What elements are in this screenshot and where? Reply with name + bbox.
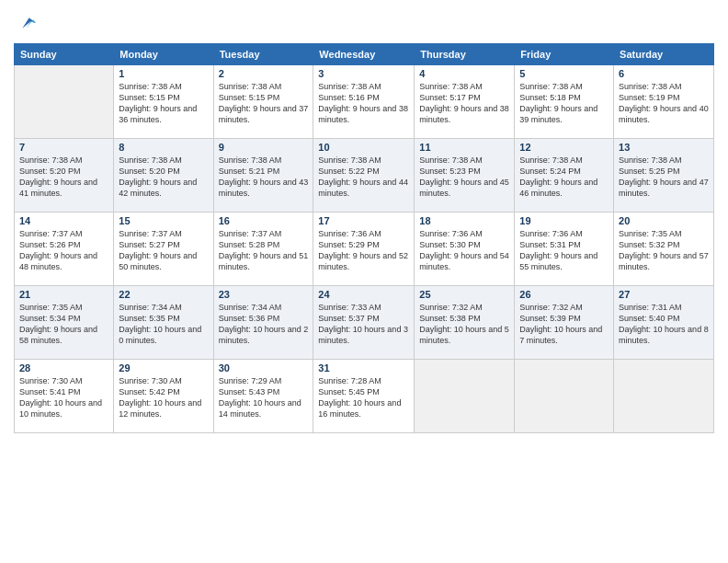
header-row: SundayMondayTuesdayWednesdayThursdayFrid… [15, 43, 714, 64]
day-number: 9 [219, 142, 309, 153]
day-info: Sunrise: 7:36 AMSunset: 5:31 PMDaylight:… [519, 228, 609, 273]
day-cell: 16Sunrise: 7:37 AMSunset: 5:28 PMDayligh… [213, 212, 313, 285]
day-cell: 14Sunrise: 7:37 AMSunset: 5:26 PMDayligh… [15, 212, 114, 285]
day-number: 30 [219, 362, 309, 373]
day-cell: 6Sunrise: 7:38 AMSunset: 5:19 PMDaylight… [614, 64, 714, 138]
week-row-5: 28Sunrise: 7:30 AMSunset: 5:41 PMDayligh… [15, 359, 714, 432]
day-number: 29 [119, 362, 208, 373]
day-number: 26 [519, 289, 609, 300]
day-number: 3 [318, 68, 409, 79]
day-number: 13 [619, 142, 709, 153]
day-number: 11 [419, 142, 509, 153]
header [14, 9, 714, 38]
day-number: 23 [219, 289, 309, 300]
calendar-table: SundayMondayTuesdayWednesdayThursdayFrid… [14, 43, 714, 433]
day-info: Sunrise: 7:32 AMSunset: 5:39 PMDaylight:… [519, 302, 609, 347]
day-number: 4 [419, 68, 509, 79]
day-number: 17 [318, 215, 409, 226]
day-number: 31 [318, 362, 409, 373]
day-cell: 2Sunrise: 7:38 AMSunset: 5:15 PMDaylight… [213, 64, 313, 138]
day-number: 14 [19, 215, 108, 226]
day-number: 24 [318, 289, 409, 300]
day-cell: 23Sunrise: 7:34 AMSunset: 5:36 PMDayligh… [213, 285, 313, 359]
day-cell: 22Sunrise: 7:34 AMSunset: 5:35 PMDayligh… [114, 285, 213, 359]
col-header-monday: Monday [114, 43, 213, 64]
day-number: 18 [419, 215, 509, 226]
svg-marker-0 [22, 17, 36, 29]
day-number: 2 [219, 68, 309, 79]
day-cell: 20Sunrise: 7:35 AMSunset: 5:32 PMDayligh… [614, 212, 714, 285]
col-header-tuesday: Tuesday [213, 43, 313, 64]
day-cell: 13Sunrise: 7:38 AMSunset: 5:25 PMDayligh… [614, 138, 714, 212]
day-number: 8 [119, 142, 208, 153]
day-cell: 27Sunrise: 7:31 AMSunset: 5:40 PMDayligh… [614, 285, 714, 359]
day-cell [515, 359, 614, 432]
col-header-wednesday: Wednesday [313, 43, 415, 64]
day-number: 10 [318, 142, 409, 153]
day-cell: 24Sunrise: 7:33 AMSunset: 5:37 PMDayligh… [313, 285, 415, 359]
day-cell: 21Sunrise: 7:35 AMSunset: 5:34 PMDayligh… [15, 285, 114, 359]
day-cell: 8Sunrise: 7:38 AMSunset: 5:20 PMDaylight… [114, 138, 213, 212]
day-number: 27 [619, 289, 709, 300]
day-number: 20 [619, 215, 709, 226]
day-number: 19 [519, 215, 609, 226]
day-info: Sunrise: 7:38 AMSunset: 5:21 PMDaylight:… [219, 155, 309, 200]
day-cell: 15Sunrise: 7:37 AMSunset: 5:27 PMDayligh… [114, 212, 213, 285]
day-number: 16 [219, 215, 309, 226]
day-number: 12 [519, 142, 609, 153]
day-info: Sunrise: 7:37 AMSunset: 5:26 PMDaylight:… [19, 228, 108, 273]
logo-bird-icon [16, 13, 36, 33]
day-info: Sunrise: 7:30 AMSunset: 5:42 PMDaylight:… [119, 375, 208, 420]
day-cell: 5Sunrise: 7:38 AMSunset: 5:18 PMDaylight… [515, 64, 614, 138]
day-number: 1 [119, 68, 208, 79]
col-header-sunday: Sunday [15, 43, 114, 64]
day-info: Sunrise: 7:32 AMSunset: 5:38 PMDaylight:… [419, 302, 509, 347]
day-cell [614, 359, 714, 432]
day-info: Sunrise: 7:34 AMSunset: 5:36 PMDaylight:… [219, 302, 309, 347]
day-info: Sunrise: 7:37 AMSunset: 5:27 PMDaylight:… [119, 228, 208, 273]
day-info: Sunrise: 7:38 AMSunset: 5:22 PMDaylight:… [318, 155, 409, 200]
day-info: Sunrise: 7:38 AMSunset: 5:18 PMDaylight:… [519, 81, 609, 126]
week-row-1: 1Sunrise: 7:38 AMSunset: 5:15 PMDaylight… [15, 64, 714, 138]
logo-line1 [14, 13, 36, 38]
day-cell: 17Sunrise: 7:36 AMSunset: 5:29 PMDayligh… [313, 212, 415, 285]
week-row-3: 14Sunrise: 7:37 AMSunset: 5:26 PMDayligh… [15, 212, 714, 285]
day-cell: 25Sunrise: 7:32 AMSunset: 5:38 PMDayligh… [415, 285, 515, 359]
day-info: Sunrise: 7:35 AMSunset: 5:34 PMDaylight:… [19, 302, 108, 347]
day-info: Sunrise: 7:31 AMSunset: 5:40 PMDaylight:… [619, 302, 709, 347]
day-info: Sunrise: 7:35 AMSunset: 5:32 PMDaylight:… [619, 228, 709, 273]
week-row-2: 7Sunrise: 7:38 AMSunset: 5:20 PMDaylight… [15, 138, 714, 212]
col-header-saturday: Saturday [614, 43, 714, 64]
day-info: Sunrise: 7:36 AMSunset: 5:30 PMDaylight:… [419, 228, 509, 273]
day-number: 7 [19, 142, 108, 153]
day-info: Sunrise: 7:34 AMSunset: 5:35 PMDaylight:… [119, 302, 208, 347]
day-number: 5 [519, 68, 609, 79]
day-info: Sunrise: 7:38 AMSunset: 5:25 PMDaylight:… [619, 155, 709, 200]
page: SundayMondayTuesdayWednesdayThursdayFrid… [0, 0, 728, 563]
day-cell: 10Sunrise: 7:38 AMSunset: 5:22 PMDayligh… [313, 138, 415, 212]
day-cell: 31Sunrise: 7:28 AMSunset: 5:45 PMDayligh… [313, 359, 415, 432]
day-cell: 1Sunrise: 7:38 AMSunset: 5:15 PMDaylight… [114, 64, 213, 138]
col-header-friday: Friday [515, 43, 614, 64]
day-number: 25 [419, 289, 509, 300]
day-info: Sunrise: 7:38 AMSunset: 5:16 PMDaylight:… [318, 81, 409, 126]
day-cell: 19Sunrise: 7:36 AMSunset: 5:31 PMDayligh… [515, 212, 614, 285]
day-info: Sunrise: 7:38 AMSunset: 5:15 PMDaylight:… [119, 81, 208, 126]
day-number: 6 [619, 68, 709, 79]
day-cell: 3Sunrise: 7:38 AMSunset: 5:16 PMDaylight… [313, 64, 415, 138]
logo [14, 13, 36, 38]
day-info: Sunrise: 7:29 AMSunset: 5:43 PMDaylight:… [219, 375, 309, 420]
day-cell: 11Sunrise: 7:38 AMSunset: 5:23 PMDayligh… [415, 138, 515, 212]
day-cell [415, 359, 515, 432]
day-cell: 28Sunrise: 7:30 AMSunset: 5:41 PMDayligh… [15, 359, 114, 432]
day-number: 22 [119, 289, 208, 300]
day-number: 15 [119, 215, 208, 226]
day-cell: 26Sunrise: 7:32 AMSunset: 5:39 PMDayligh… [515, 285, 614, 359]
day-info: Sunrise: 7:38 AMSunset: 5:17 PMDaylight:… [419, 81, 509, 126]
day-info: Sunrise: 7:37 AMSunset: 5:28 PMDaylight:… [219, 228, 309, 273]
day-cell: 30Sunrise: 7:29 AMSunset: 5:43 PMDayligh… [213, 359, 313, 432]
day-cell: 7Sunrise: 7:38 AMSunset: 5:20 PMDaylight… [15, 138, 114, 212]
day-info: Sunrise: 7:38 AMSunset: 5:23 PMDaylight:… [419, 155, 509, 200]
day-info: Sunrise: 7:38 AMSunset: 5:20 PMDaylight:… [19, 155, 108, 200]
day-cell [15, 64, 114, 138]
